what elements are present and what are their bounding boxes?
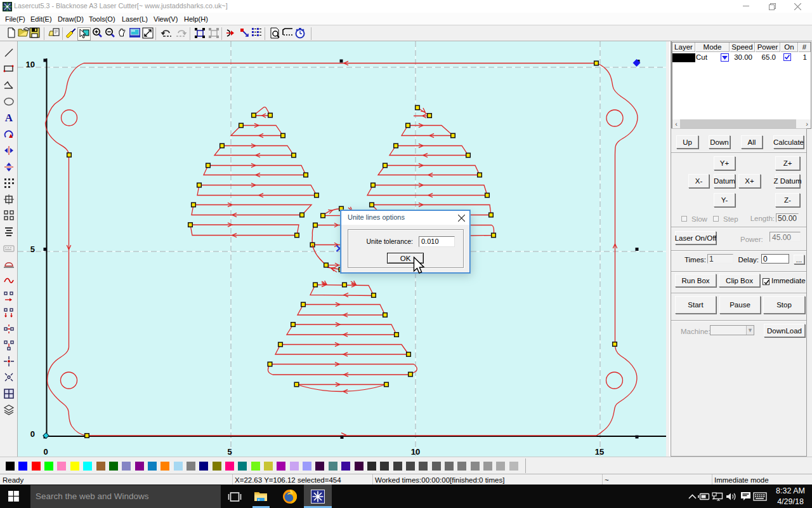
svg-text:0: 0 xyxy=(43,447,48,457)
svg-text:5: 5 xyxy=(227,447,232,457)
svg-text:10: 10 xyxy=(26,60,35,69)
svg-text:0: 0 xyxy=(30,429,35,439)
svg-text:10: 10 xyxy=(411,447,420,457)
svg-text:15: 15 xyxy=(595,447,604,457)
svg-text:5: 5 xyxy=(30,244,35,254)
